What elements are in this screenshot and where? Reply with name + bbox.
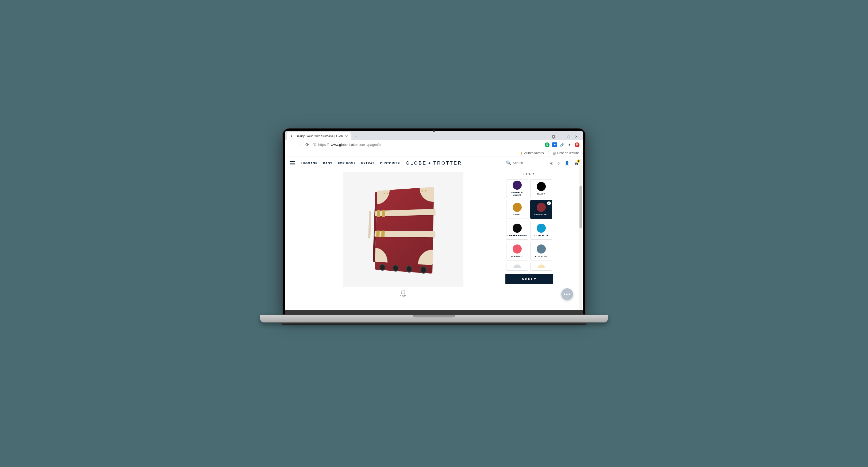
nav-extras[interactable]: EXTRAS — [361, 162, 375, 165]
swatch-fog-blue[interactable]: FOG BLUE — [530, 242, 552, 261]
swatch-label: COFFEE BROWN — [507, 234, 527, 237]
window-close[interactable]: ✕ — [575, 135, 578, 139]
tab-favicon: ✦ — [289, 134, 293, 138]
swatch-label: CYAN BLUE — [534, 234, 548, 237]
swatch-cassis-red[interactable]: ✓CASSIS RED — [530, 200, 552, 219]
brand-left: GLOBE — [406, 161, 427, 166]
new-tab-button[interactable]: + — [352, 133, 360, 140]
account-icon[interactable]: 👤 — [564, 161, 569, 166]
nav-for-home[interactable]: FOR HOME — [338, 162, 355, 165]
nav-bags[interactable]: BAGS — [323, 162, 333, 165]
swatch-color-circle — [537, 203, 546, 212]
rotate-360-button[interactable]: ⬚ 360° — [400, 289, 407, 298]
swatch-color-circle — [537, 182, 546, 191]
swatch-grid: AMETHYST VIOLETBLACKCAMEL✓CASSIS REDCOFF… — [506, 179, 552, 271]
swatch-amethyst-violet[interactable]: AMETHYST VIOLET — [506, 179, 528, 198]
swatch-peek[interactable] — [506, 263, 528, 271]
swatch-color-circle — [513, 180, 522, 190]
search-icon: 🔍 — [506, 160, 511, 165]
browser-tab-strip: ✦ Design Your Own Suitcase | Glob ✕ + ▾ … — [285, 131, 583, 140]
rotate-label: 360° — [400, 295, 407, 298]
search-input[interactable] — [513, 161, 546, 165]
swatch-flamingo[interactable]: FLAMINGO — [506, 242, 528, 261]
wishlist-heart-icon[interactable]: ♡ — [557, 161, 560, 166]
address-bar: ← → ⟳ ⓘ https://www.globe-trotter.com/pa… — [285, 140, 583, 149]
swatch-label: CAMEL — [513, 213, 522, 216]
window-maximize[interactable]: ▢ — [567, 135, 570, 139]
suitcase-render — [375, 187, 434, 274]
product-preview-column: ⬚ 360° — [312, 172, 494, 314]
extension-tag-icon[interactable]: ⚑ — [552, 142, 557, 147]
swatch-label: AMETHYST VIOLET — [506, 191, 528, 196]
chat-widget-button[interactable]: ••• — [561, 288, 573, 300]
site-info-icon[interactable]: ⓘ — [313, 142, 316, 147]
swatch-color-circle — [513, 244, 522, 254]
bookmark-label: Autres favoris — [524, 151, 544, 155]
nav-luggage[interactable]: LUGGAGE — [301, 162, 318, 165]
swatch-camel[interactable]: CAMEL — [506, 200, 528, 219]
brand-right: TROTTER — [433, 161, 462, 166]
section-label-body: BODY — [523, 172, 535, 175]
main-nav: LUGGAGE BAGS FOR HOME EXTRAS CUSTOMISE — [301, 162, 400, 165]
currency-icon[interactable]: € — [550, 161, 553, 166]
swatch-color-circle — [537, 224, 546, 233]
tab-close-icon[interactable]: ✕ — [345, 134, 348, 138]
apply-button[interactable]: APPLY — [505, 274, 553, 284]
swatch-label: CASSIS RED — [534, 213, 549, 216]
rotate-icon: ⬚ — [401, 289, 405, 294]
window-controls: ▾ – ▢ ✕ — [552, 135, 581, 140]
url-field[interactable]: ⓘ https://www.globe-trotter.com/pages/b — [313, 142, 541, 147]
browser-tab[interactable]: ✦ Design Your Own Suitcase | Glob ✕ — [287, 132, 351, 140]
options-column: BODY AMETHYST VIOLETBLACKCAMEL✓CASSIS RE… — [502, 172, 556, 314]
list-icon: ▤ — [553, 151, 556, 155]
swatch-black[interactable]: BLACK — [530, 179, 552, 198]
nav-forward-icon[interactable]: → — [297, 142, 301, 147]
url-protocol: https:// — [318, 143, 329, 147]
swatch-color-circle — [513, 224, 522, 233]
check-icon: ✓ — [547, 201, 551, 205]
bookmarks-bar: ▮ Autres favoris ▤ Liste de lecture — [285, 149, 583, 157]
product-preview[interactable] — [343, 172, 463, 287]
search-field[interactable]: 🔍 — [506, 160, 546, 166]
brand-plane-icon: ✈ — [428, 161, 432, 165]
tab-title: Design Your Own Suitcase | Glob — [296, 134, 343, 138]
nav-back-icon[interactable]: ← — [288, 142, 293, 147]
nav-reload-icon[interactable]: ⟳ — [305, 142, 309, 147]
extensions-menu-icon[interactable]: ✦ — [567, 142, 572, 147]
profile-avatar-icon[interactable]: M — [575, 142, 580, 147]
swatch-label: FOG BLUE — [535, 255, 547, 258]
extension-link-icon[interactable]: 🔗 — [560, 142, 564, 147]
brand-logo[interactable]: GLOBE ✈ TROTTER — [406, 161, 462, 166]
bag-count-badge: 0 — [577, 160, 580, 163]
bookmark-reading-list[interactable]: ▤ Liste de lecture — [553, 151, 579, 155]
swatch-cyan-blue[interactable]: CYAN BLUE — [530, 221, 552, 240]
bookmark-other-favorites[interactable]: ▮ Autres favoris — [521, 151, 544, 155]
swatch-color-circle — [513, 203, 522, 212]
swatch-peek[interactable] — [530, 263, 552, 271]
swatch-coffee-brown[interactable]: COFFEE BROWN — [506, 221, 528, 240]
extension-grammarly-icon[interactable]: G — [545, 142, 550, 147]
nav-customise[interactable]: CUSTOMISE — [380, 162, 400, 165]
bookmark-separator — [548, 151, 549, 155]
folder-icon: ▮ — [521, 151, 523, 155]
swatch-color-circle — [537, 265, 545, 268]
footer-strip — [285, 310, 583, 314]
page-content: LUGGAGE BAGS FOR HOME EXTRAS CUSTOMISE G… — [285, 157, 583, 314]
options-scrollbar[interactable] — [580, 186, 582, 250]
window-minimize[interactable]: – — [560, 135, 562, 139]
bookmark-label: Liste de lecture — [557, 151, 579, 155]
menu-hamburger-icon[interactable] — [290, 161, 295, 165]
swatch-color-circle — [537, 244, 546, 254]
url-host: www.globe-trotter.com — [331, 143, 365, 147]
url-path: /pages/b — [367, 143, 381, 147]
swatch-label: FLAMINGO — [511, 255, 524, 258]
swatch-color-circle — [514, 265, 521, 268]
chrome-account-icon[interactable]: ▾ — [552, 135, 555, 139]
site-header: LUGGAGE BAGS FOR HOME EXTRAS CUSTOMISE G… — [285, 157, 583, 170]
shopping-bag-icon[interactable]: 🛍0 — [574, 161, 578, 166]
extension-icons: G ⚑ 🔗 ✦ M — [545, 142, 580, 147]
swatch-label: BLACK — [537, 193, 546, 195]
